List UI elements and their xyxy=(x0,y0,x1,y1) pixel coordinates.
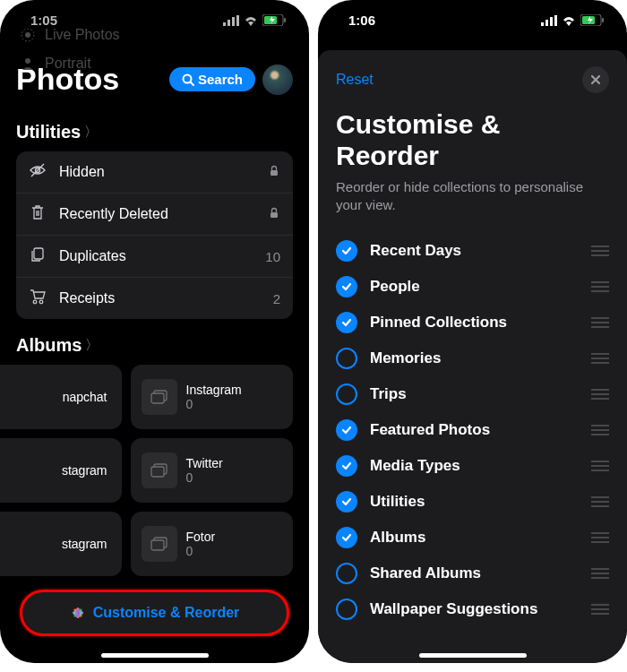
album-tile[interactable]: stagram xyxy=(0,512,122,576)
checkbox-checked[interactable] xyxy=(336,276,357,297)
option-row-trips[interactable]: Trips xyxy=(336,376,609,412)
customize-reorder-button[interactable]: Customise & Reorder xyxy=(20,590,289,636)
live-photos-icon xyxy=(20,27,36,43)
utility-label: Recently Deleted xyxy=(59,206,268,222)
wifi-icon xyxy=(244,15,258,26)
eye-slash-icon xyxy=(29,161,50,183)
status-indicators xyxy=(541,14,604,26)
utility-meta: 2 xyxy=(273,291,280,306)
checkbox-unchecked[interactable] xyxy=(336,563,357,584)
home-indicator[interactable] xyxy=(101,653,209,658)
utility-meta xyxy=(268,165,280,180)
drag-handle-icon[interactable] xyxy=(591,461,609,471)
signal-icon xyxy=(541,15,557,26)
album-thumb-icon xyxy=(142,526,177,562)
checkbox-unchecked[interactable] xyxy=(336,599,357,620)
option-label: Utilities xyxy=(370,493,579,511)
status-bar: 1:06 xyxy=(318,0,627,30)
option-label: Trips xyxy=(370,385,579,403)
option-label: People xyxy=(370,278,579,296)
svg-point-18 xyxy=(39,300,43,304)
svg-rect-6 xyxy=(284,18,286,22)
option-label: Featured Photos xyxy=(370,421,579,439)
option-row-featured-photos[interactable]: Featured Photos xyxy=(336,412,609,448)
option-row-pinned-collections[interactable]: Pinned Collections xyxy=(336,305,609,340)
search-icon xyxy=(182,73,194,86)
drag-handle-icon[interactable] xyxy=(591,568,609,579)
sheet-title: Customise & Reorder xyxy=(336,109,609,171)
option-label: Memories xyxy=(370,349,579,367)
album-label: napchat xyxy=(63,390,107,405)
checkbox-checked[interactable] xyxy=(336,527,357,548)
battery-icon xyxy=(580,14,604,26)
utility-row-hidden[interactable]: Hidden xyxy=(16,151,293,194)
svg-point-9 xyxy=(25,58,30,64)
checkbox-checked[interactable] xyxy=(336,455,357,477)
svg-rect-22 xyxy=(151,467,164,477)
home-indicator[interactable] xyxy=(419,653,527,658)
album-count: 0 xyxy=(186,470,223,485)
drag-handle-icon[interactable] xyxy=(591,604,609,615)
svg-rect-16 xyxy=(34,248,43,259)
album-label: Instagram xyxy=(186,383,242,398)
checkbox-unchecked[interactable] xyxy=(336,383,357,405)
drag-handle-icon[interactable] xyxy=(591,389,609,400)
reset-button[interactable]: Reset xyxy=(336,72,374,88)
status-indicators xyxy=(223,14,286,26)
utility-meta xyxy=(268,207,280,222)
duplicates-icon xyxy=(29,246,50,267)
drag-handle-icon[interactable] xyxy=(591,246,609,256)
drag-handle-icon[interactable] xyxy=(591,496,609,507)
svg-rect-2 xyxy=(232,17,235,26)
sheet-subtitle: Reorder or hide collections to personali… xyxy=(336,178,609,215)
close-button[interactable] xyxy=(582,66,609,93)
drag-handle-icon[interactable] xyxy=(591,317,609,328)
receipt-icon xyxy=(29,288,50,309)
checkbox-checked[interactable] xyxy=(336,240,357,262)
utility-row-recently-deleted[interactable]: Recently Deleted xyxy=(16,194,293,236)
utility-row-duplicates[interactable]: Duplicates10 xyxy=(16,236,293,278)
option-row-albums[interactable]: Albums xyxy=(336,520,609,556)
option-row-media-types[interactable]: Media Types xyxy=(336,448,609,484)
album-label: Twitter xyxy=(186,456,223,471)
svg-point-7 xyxy=(25,32,30,38)
album-tile[interactable]: Instagram0 xyxy=(131,365,294,429)
albums-header[interactable]: Albums 〉 xyxy=(0,319,309,365)
album-count: 0 xyxy=(186,397,242,411)
album-tile[interactable]: napchat xyxy=(0,365,122,429)
option-label: Media Types xyxy=(370,457,579,475)
search-label: Search xyxy=(198,72,243,87)
drag-handle-icon[interactable] xyxy=(591,281,609,292)
drag-handle-icon[interactable] xyxy=(591,425,609,435)
drag-handle-icon[interactable] xyxy=(591,532,609,543)
album-tile[interactable]: stagram xyxy=(0,438,122,503)
ghost-row-portrait: Portrait xyxy=(20,56,289,72)
option-row-wallpaper-suggestions[interactable]: Wallpaper Suggestions xyxy=(336,591,609,627)
utility-row-receipts[interactable]: Receipts2 xyxy=(16,278,293,319)
svg-rect-24 xyxy=(151,540,164,550)
checkbox-checked[interactable] xyxy=(336,312,357,333)
albums-grid: napchatstagramstagram Instagram0Twitter0… xyxy=(0,365,293,576)
album-tile[interactable]: Fotor0 xyxy=(131,512,294,576)
drag-handle-icon[interactable] xyxy=(591,353,609,364)
album-thumb-icon xyxy=(142,379,177,415)
svg-line-11 xyxy=(190,82,193,85)
svg-point-30 xyxy=(75,607,80,618)
signal-icon xyxy=(223,15,239,26)
checkbox-checked[interactable] xyxy=(336,419,357,441)
utility-label: Hidden xyxy=(59,164,268,180)
chevron-right-icon: 〉 xyxy=(85,337,99,354)
option-row-memories[interactable]: Memories xyxy=(336,340,609,376)
option-row-shared-albums[interactable]: Shared Albums xyxy=(336,556,609,591)
customize-label: Customise & Reorder xyxy=(93,605,240,621)
option-row-utilities[interactable]: Utilities xyxy=(336,484,609,520)
album-tile[interactable]: Twitter0 xyxy=(131,438,294,503)
checkbox-unchecked[interactable] xyxy=(336,348,357,369)
option-row-recent-days[interactable]: Recent Days xyxy=(336,233,609,269)
utility-label: Receipts xyxy=(59,290,273,306)
option-row-people[interactable]: People xyxy=(336,269,609,305)
utilities-header[interactable]: Utilities 〉 xyxy=(0,106,309,151)
customize-reorder-screen: 1:06 Reset Customise & Reorder Reorder o… xyxy=(318,0,627,663)
checkbox-checked[interactable] xyxy=(336,491,357,513)
option-label: Pinned Collections xyxy=(370,314,579,332)
